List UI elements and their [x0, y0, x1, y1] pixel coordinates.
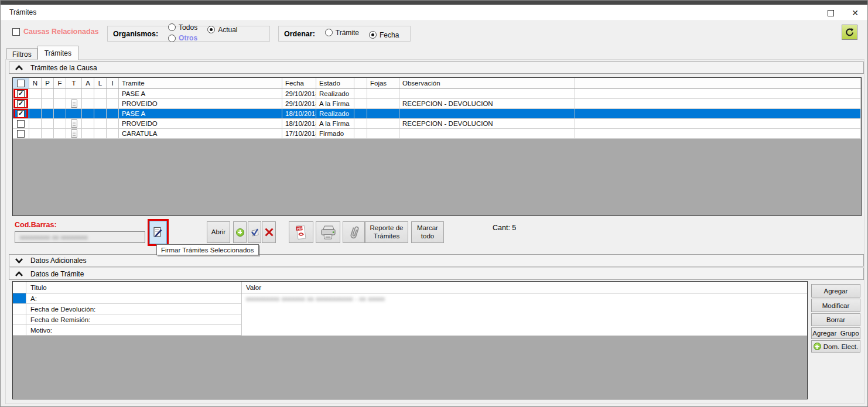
titulo-cell: Fecha de Remisión: [26, 314, 242, 325]
flag-cell [42, 109, 54, 119]
section-tramites-causa[interactable]: Trámites de la Causa [9, 61, 864, 74]
flag-cell [82, 119, 94, 129]
filler-cell [575, 119, 861, 129]
row-checkbox[interactable] [17, 110, 25, 118]
cod-barras-label: Cod.Barras: [15, 221, 57, 229]
refresh-icon [845, 28, 855, 37]
observacion-cell: RECEPCION - DEVOLUCION [399, 99, 575, 109]
eliminar-button[interactable] [262, 221, 276, 243]
organismos-option-todos[interactable]: Todos [168, 23, 197, 32]
marcar-todo-button[interactable]: Marcar todo [411, 221, 444, 243]
radio-icon[interactable] [325, 29, 333, 36]
flag-cell [82, 99, 94, 109]
column-header-f[interactable]: F [54, 78, 66, 88]
estado-cell: Firmado [316, 129, 354, 139]
close-button[interactable]: ✕ [845, 5, 865, 21]
tramite-row[interactable]: PROVEIDO18/10/2018A la FirmaRECEPCION - … [13, 119, 861, 129]
attach-button[interactable] [343, 221, 365, 243]
flag-cell [94, 89, 107, 99]
organismos-option-otros[interactable]: Otros [168, 34, 197, 42]
row-checkbox-cell[interactable] [13, 119, 29, 129]
column-header-narrow[interactable] [354, 78, 367, 88]
dato-row[interactable]: Fecha de Remisión: [13, 314, 807, 325]
column-header-a[interactable]: A [82, 78, 94, 88]
validar-button[interactable] [248, 221, 261, 243]
column-header-p[interactable]: P [42, 78, 54, 88]
ordenar-option-trámite[interactable]: Trámite [325, 29, 359, 37]
tramite-row[interactable]: PASE A29/10/2018Realizado [13, 89, 861, 99]
row-checkbox[interactable] [17, 100, 25, 108]
column-header-t[interactable]: T [66, 78, 82, 88]
side-button-agregar[interactable]: Agregar [811, 284, 860, 297]
observacion-cell [399, 89, 575, 99]
titlebar: Trámites ✕ [1, 5, 868, 21]
reporte-tramites-button[interactable]: Reporte de Trámites [365, 221, 408, 243]
radio-icon[interactable] [168, 35, 176, 42]
row-checkbox-cell[interactable] [13, 99, 29, 109]
tramite-row[interactable]: PASE A18/10/2018Realizado [13, 109, 861, 119]
row-indicator-cell [13, 325, 26, 336]
flag-cell [42, 89, 54, 99]
row-checkbox-cell[interactable] [13, 109, 29, 119]
ordenar-groupbox: Ordenar: TrámiteFecha [278, 26, 411, 42]
section-datos-tramite[interactable]: Datos de Trámite [9, 268, 864, 280]
side-button-dom-elect-[interactable]: Dom. Elect. [811, 340, 860, 353]
column-header-observacion[interactable]: Observación [399, 78, 575, 88]
side-button-agregar-grupo[interactable]: Agregar Grupo [811, 327, 860, 339]
section-datos-adicionales[interactable]: Datos Adicionales [9, 254, 864, 266]
organismos-radio-group: TodosActualOtros [158, 23, 269, 45]
flag-cell [29, 129, 42, 139]
tramite-row[interactable]: PROVEIDO29/10/2018A la FirmaRECEPCION - … [13, 99, 861, 109]
column-header-fojas[interactable]: Fojas [367, 78, 399, 88]
column-header-filler[interactable] [575, 78, 861, 88]
row-checkbox[interactable] [17, 90, 25, 98]
cod-barras-input[interactable]: xxxxxxxxx xx xxxxxxxx [15, 231, 145, 243]
side-button-modificar[interactable]: Modificar [811, 299, 860, 312]
refresh-button[interactable] [842, 25, 857, 40]
select-all-checkbox-cell[interactable] [13, 78, 29, 88]
tab-trámites[interactable]: Trámites [37, 46, 78, 60]
causas-checkbox-label: Causas Relacionadas [23, 28, 99, 36]
titulo-cell: A: [26, 293, 242, 304]
dato-row[interactable]: Motivo: [13, 325, 807, 336]
maximize-button[interactable] [821, 5, 840, 21]
tab-strip: FiltrosTrámites [6, 46, 78, 60]
column-header-n[interactable]: N [29, 78, 42, 88]
column-header-i[interactable]: I [107, 78, 119, 88]
datos-grid-body: A:xxxxxxxxxx xxxxxxx xx xxxxxxxxxxx - xx… [13, 293, 807, 336]
row-indicator-cell [13, 304, 26, 314]
radio-icon[interactable] [369, 31, 377, 39]
fecha-cell: 29/10/2018 [282, 89, 316, 99]
tab-filtros[interactable]: Filtros [6, 48, 37, 60]
abrir-button[interactable]: Abrir [207, 221, 230, 243]
causas-checkbox-box[interactable] [12, 28, 20, 36]
narrow-cell [354, 129, 367, 139]
narrow-cell [354, 99, 367, 109]
agregar-tramite-button[interactable] [233, 221, 247, 243]
dato-row[interactable]: A:xxxxxxxxxx xxxxxxx xx xxxxxxxxxxx - xx… [13, 293, 807, 304]
titulo-column-header: Titulo [26, 282, 242, 293]
column-header-estado[interactable]: Estado [316, 78, 354, 88]
ordenar-option-fecha[interactable]: Fecha [369, 31, 399, 39]
radio-icon[interactable] [168, 23, 176, 31]
observacion-cell [399, 129, 575, 139]
flag-cell [107, 119, 119, 129]
row-checkbox-cell[interactable] [13, 89, 29, 99]
datos-gutter-header [13, 282, 26, 293]
tramite-row[interactable]: CARATULA17/10/2018Firmado [13, 129, 861, 139]
print-button[interactable] [316, 221, 340, 243]
row-checkbox-cell[interactable] [13, 129, 29, 139]
column-header-fecha[interactable]: Fecha [282, 78, 316, 88]
side-button-borrar[interactable]: Borrar [811, 313, 860, 326]
dato-row[interactable]: Fecha de Devolución: [13, 304, 807, 314]
organismos-option-actual[interactable]: Actual [207, 26, 237, 34]
radio-icon[interactable] [207, 26, 215, 33]
column-header-tramite[interactable]: Tramite [119, 78, 282, 88]
flag-cell [54, 89, 66, 99]
row-checkbox[interactable] [17, 120, 25, 128]
select-all-checkbox[interactable] [17, 80, 25, 87]
causas-relacionadas-checkbox[interactable]: Causas Relacionadas [12, 28, 99, 36]
column-header-l[interactable]: L [94, 78, 107, 88]
pdf-button[interactable]: PDF [289, 221, 313, 243]
row-checkbox[interactable] [17, 130, 25, 138]
